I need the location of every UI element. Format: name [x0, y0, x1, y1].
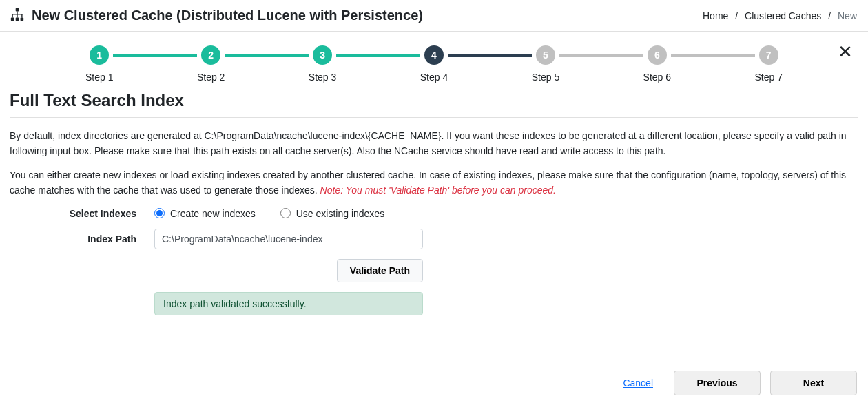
select-indexes-label: Select Indexes — [10, 208, 154, 219]
step-circle: 1 — [90, 45, 109, 65]
header-bar: New Clustered Cache (Distributed Lucene … — [0, 0, 868, 32]
svg-rect-0 — [16, 8, 19, 12]
header-left: New Clustered Cache (Distributed Lucene … — [10, 7, 423, 24]
step-circle: 4 — [424, 45, 444, 65]
step-label: Step 5 — [532, 72, 559, 83]
svg-rect-7 — [17, 14, 17, 18]
validation-success-alert: Index path validated successfully. — [154, 292, 423, 315]
step-circle: 7 — [759, 45, 778, 65]
breadcrumb-current: New — [838, 10, 857, 21]
page-title: New Clustered Cache (Distributed Lucene … — [32, 8, 423, 23]
step-label: Step 2 — [197, 72, 225, 83]
step-connector — [559, 54, 643, 57]
radio-create-new[interactable]: Create new indexes — [154, 208, 256, 219]
step-2[interactable]: 2 Step 2 — [197, 45, 225, 83]
cancel-link[interactable]: Cancel — [623, 377, 653, 388]
svg-rect-8 — [21, 14, 22, 18]
select-indexes-row: Select Indexes Create new indexes Use ex… — [10, 208, 858, 219]
radio-use-existing-label: Use existing indexes — [296, 208, 384, 219]
breadcrumb-sep: / — [735, 10, 738, 21]
step-circle: 6 — [648, 45, 667, 65]
svg-rect-1 — [11, 18, 14, 21]
close-icon[interactable]: ✕ — [838, 43, 853, 61]
breadcrumb-clustered-caches[interactable]: Clustered Caches — [745, 10, 821, 21]
validate-note: Note: You must 'Validate Path' before yo… — [320, 185, 556, 196]
svg-rect-6 — [12, 14, 12, 18]
step-label: Step 6 — [643, 72, 671, 83]
step-circle: 2 — [201, 45, 220, 65]
step-connector — [225, 54, 308, 57]
step-3[interactable]: 3 Step 3 — [309, 45, 336, 83]
breadcrumb-home[interactable]: Home — [703, 10, 728, 21]
validate-row: Validate Path — [154, 259, 423, 282]
breadcrumb: Home / Clustered Caches / New — [703, 10, 857, 21]
step-circle: 5 — [536, 45, 555, 65]
step-label: Step 7 — [755, 72, 783, 83]
previous-button[interactable]: Previous — [674, 371, 761, 395]
step-connector — [113, 54, 196, 57]
divider — [10, 117, 858, 118]
index-path-input[interactable] — [154, 229, 423, 249]
step-5[interactable]: 5 Step 5 — [532, 45, 559, 83]
select-indexes-options: Create new indexes Use existing indexes — [154, 208, 384, 219]
step-connector — [336, 54, 420, 57]
description-para-1: By default, index directories are genera… — [10, 129, 858, 158]
radio-create-new-label: Create new indexes — [170, 208, 256, 219]
index-path-label: Index Path — [10, 233, 154, 245]
svg-rect-2 — [16, 18, 19, 21]
step-1[interactable]: 1 Step 1 — [85, 45, 113, 83]
breadcrumb-sep: / — [828, 10, 831, 21]
step-label: Step 4 — [420, 72, 448, 83]
step-label: Step 3 — [309, 72, 336, 83]
wizard-footer: Cancel Previous Next — [10, 371, 858, 395]
step-7[interactable]: 7 Step 7 — [755, 45, 783, 83]
index-path-row: Index Path — [10, 229, 858, 249]
svg-rect-3 — [21, 18, 24, 21]
sitemap-icon — [10, 7, 25, 24]
validate-path-button[interactable]: Validate Path — [337, 259, 423, 282]
radio-create-new-input[interactable] — [154, 208, 165, 218]
wizard-panel: ✕ 1 Step 1 2 Step 2 3 Step 3 4 Step 4 5 … — [0, 32, 868, 405]
step-connector — [671, 54, 754, 57]
stepper: 1 Step 1 2 Step 2 3 Step 3 4 Step 4 5 St… — [85, 45, 783, 83]
step-6[interactable]: 6 Step 6 — [643, 45, 671, 83]
step-4[interactable]: 4 Step 4 — [420, 45, 448, 83]
step-label: Step 1 — [85, 72, 113, 83]
radio-use-existing-input[interactable] — [280, 208, 291, 218]
radio-use-existing[interactable]: Use existing indexes — [280, 208, 384, 219]
section-title: Full Text Search Index — [10, 91, 858, 110]
step-connector — [448, 54, 531, 57]
next-button[interactable]: Next — [770, 371, 857, 395]
description-para-2: You can either create new indexes or loa… — [10, 168, 858, 198]
step-circle: 3 — [313, 45, 332, 65]
